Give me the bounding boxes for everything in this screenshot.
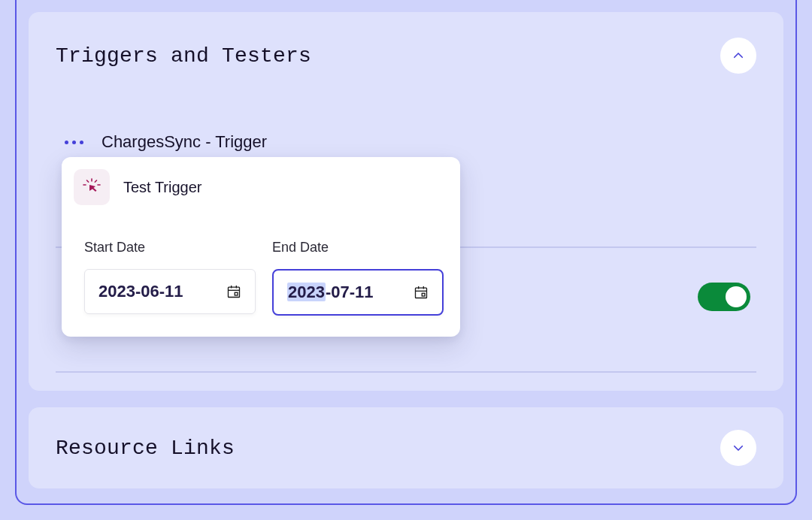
popup-title: Test Trigger — [123, 179, 201, 196]
trigger-name: ChargesSync - Trigger — [102, 132, 267, 152]
calendar-icon — [226, 284, 241, 299]
start-date-value: 2023-06-11 — [98, 282, 183, 301]
chevron-down-icon — [732, 441, 745, 455]
svg-line-4 — [87, 180, 89, 182]
chevron-up-icon — [732, 49, 745, 62]
section-title: Resource Links — [56, 437, 235, 460]
test-trigger-icon — [74, 169, 110, 205]
end-date-value: 2023-07-11 — [287, 283, 374, 302]
divider — [56, 371, 756, 373]
start-date-col: Start Date 2023-06-11 — [84, 240, 256, 316]
trigger-enable-toggle[interactable] — [698, 283, 750, 311]
popup-header: Test Trigger — [74, 169, 441, 205]
date-fields: Start Date 2023-06-11 End Date 2023-07-1… — [74, 240, 441, 316]
start-date-label: Start Date — [84, 240, 256, 255]
expand-button[interactable] — [720, 430, 756, 466]
collapse-button[interactable] — [720, 38, 756, 74]
trigger-row: ChargesSync - Trigger — [56, 132, 756, 152]
svg-rect-9 — [235, 292, 238, 295]
calendar-icon — [414, 285, 429, 300]
start-date-input[interactable]: 2023-06-11 — [84, 269, 256, 314]
end-date-label: End Date — [272, 240, 444, 255]
svg-rect-14 — [422, 293, 425, 296]
svg-line-3 — [95, 180, 96, 182]
section-title: Triggers and Testers — [56, 44, 311, 68]
section-resource-links: Resource Links — [29, 407, 783, 488]
more-options-icon[interactable] — [65, 141, 83, 144]
section-header: Resource Links — [56, 430, 756, 466]
section-header: Triggers and Testers — [56, 38, 756, 74]
end-date-col: End Date 2023-07-11 — [272, 240, 444, 316]
end-date-input[interactable]: 2023-07-11 — [272, 269, 444, 316]
test-trigger-popup: Test Trigger Start Date 2023-06-11 E — [62, 157, 460, 337]
toggle-knob — [726, 286, 747, 307]
